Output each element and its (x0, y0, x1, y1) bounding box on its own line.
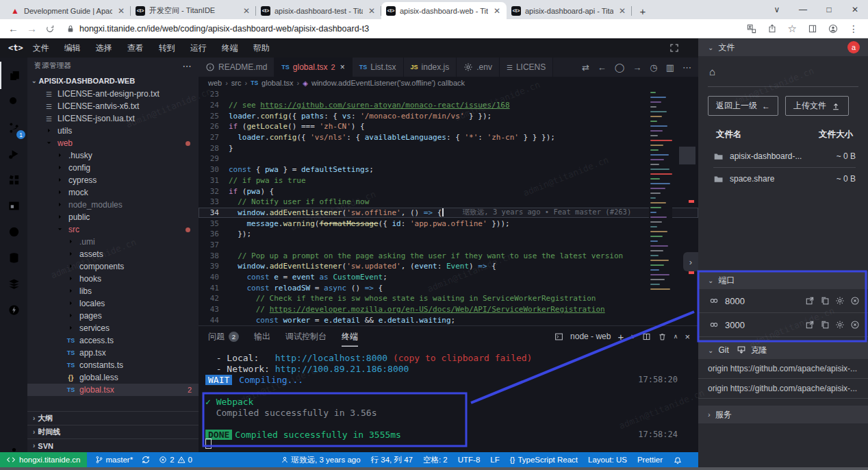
close-window-button[interactable]: ✕ (842, 5, 868, 14)
terminal-output[interactable]: - Local: http://localhost:8000 (copy to … (199, 347, 698, 453)
search-icon[interactable] (0, 88, 27, 115)
scrollbar-thumb[interactable] (679, 147, 695, 164)
blame-indicator[interactable]: 琚致远, 3 years ago (281, 455, 361, 465)
editor-tab[interactable]: TSList.tsx (353, 58, 404, 77)
port-settings-icon[interactable] (835, 296, 845, 306)
home-icon[interactable]: ⌂ (709, 66, 715, 77)
explorer-root-folder[interactable]: ⌄ APISIX-DASHBOARD-WEB (27, 74, 199, 87)
copy-icon[interactable] (820, 320, 830, 330)
open-external-icon[interactable] (805, 296, 815, 306)
menu-item[interactable]: 帮助 (253, 42, 270, 54)
menu-item[interactable]: 选择 (96, 42, 112, 54)
sync-icon[interactable] (141, 455, 151, 465)
menu-item[interactable]: 终端 (222, 42, 238, 54)
editor-tab[interactable]: JSindex.js (404, 58, 457, 77)
tree-item[interactable]: .umi (27, 236, 199, 248)
share-icon[interactable] (767, 24, 777, 34)
breadcrumb-item[interactable]: window.addEventListener('sw.offline') ca… (311, 79, 465, 87)
back-icon[interactable]: ← (8, 23, 18, 34)
keyboard-layout-indicator[interactable]: Layout: US (588, 456, 627, 464)
maximize-button[interactable]: □ (816, 5, 842, 14)
url-field[interactable]: hongxi.titanide.cn/ide/web/coding/apisix… (66, 24, 369, 34)
tab-search-icon[interactable]: ∨ (764, 5, 790, 14)
terminal-tab[interactable]: 输出 (254, 326, 270, 347)
git-remote-row[interactable]: origin https://github.com/apache/apisix-… (698, 379, 868, 399)
terminal-tab[interactable]: 终端 (342, 326, 358, 347)
menu-item[interactable]: 转到 (159, 42, 175, 54)
tree-item[interactable]: hooks (27, 273, 199, 285)
close-panel-icon[interactable]: × (685, 332, 690, 342)
menu-item[interactable]: 运行 (190, 42, 207, 54)
problems-indicator[interactable]: 2 0 (159, 456, 192, 464)
files-section-header[interactable]: ⌄ 文件 a (698, 38, 868, 56)
formatter-indicator[interactable]: Prettier (637, 456, 663, 464)
tree-item[interactable]: ☰LICENSE-json.lua.txt (27, 112, 199, 125)
overview-ruler[interactable] (674, 89, 698, 325)
editor-tab[interactable]: .env (457, 58, 500, 77)
close-tab-icon[interactable]: × (340, 62, 345, 72)
breadcrumb-item[interactable]: src (231, 79, 242, 87)
language-indicator[interactable]: {}TypeScript React (510, 456, 578, 464)
go-up-button[interactable]: 返回上一级← (708, 96, 778, 116)
extensions-icon[interactable] (0, 166, 27, 193)
browser-menu-icon[interactable]: ⋮ (849, 23, 858, 34)
open-external-icon[interactable] (805, 320, 815, 330)
close-port-icon[interactable] (850, 320, 860, 330)
terminal-dropdown-icon[interactable]: ∨ (630, 333, 635, 340)
indentation-indicator[interactable]: 空格: 2 (423, 455, 448, 465)
editor-tab[interactable]: TSglobal.tsx2× (275, 58, 352, 77)
file-row[interactable]: apisix-dashboard-...~ 0 B (713, 145, 856, 167)
tree-item[interactable]: {}global.less (27, 371, 199, 384)
close-tab-icon[interactable]: ✕ (367, 6, 376, 16)
browser-tab[interactable]: <t>开发空间 - TitanIDE✕ (131, 2, 256, 19)
profile-avatar-icon[interactable] (828, 24, 838, 34)
forward-icon[interactable]: → (27, 23, 37, 34)
tree-item[interactable]: ☰LICENSE-ant-design-pro.txt (27, 88, 199, 100)
encoding-indicator[interactable]: UTF-8 (458, 456, 481, 464)
menu-item[interactable]: 查看 (127, 42, 144, 54)
editor-tab[interactable]: ☰LICENS (500, 58, 553, 77)
breadcrumb-item[interactable]: web (208, 79, 222, 87)
editor-action-icon[interactable]: ◷ (650, 62, 657, 73)
tree-item[interactable]: .husky (27, 149, 199, 162)
kill-terminal-icon[interactable] (658, 332, 667, 341)
sidebar-section-时间线[interactable]: ›时间线 (27, 425, 199, 438)
editor-tab[interactable]: README.md (199, 58, 275, 77)
tree-item[interactable]: TShelpers.tsx (27, 396, 199, 399)
tree-item[interactable]: pages (27, 310, 199, 322)
editor-action-icon[interactable]: ← (598, 62, 607, 73)
preview-icon[interactable] (0, 192, 27, 219)
thunder-icon[interactable] (0, 296, 27, 323)
split-terminal-icon[interactable] (642, 332, 651, 341)
editor-action-icon[interactable]: → (633, 62, 641, 73)
translate-icon[interactable] (747, 24, 756, 34)
new-terminal-icon[interactable]: + (617, 331, 624, 343)
bell-icon[interactable] (673, 455, 682, 465)
port-row[interactable]: 8000 (698, 289, 868, 313)
menu-item[interactable]: 文件 (33, 42, 49, 54)
tree-item[interactable]: utils (27, 125, 199, 137)
tree-item[interactable]: TSconstants.ts (27, 359, 199, 371)
browser-tab[interactable]: <t>apisix-dashboard-test - TitanID✕ (256, 2, 381, 19)
browser-tab[interactable]: ▲Development Guide | Apache✕ (5, 2, 131, 19)
refresh-icon[interactable] (45, 24, 55, 34)
minimap[interactable] (649, 89, 672, 325)
breadcrumb[interactable]: web›src›TSglobal.tsx›◈window.addEventLis… (199, 77, 698, 89)
tree-item[interactable]: locales (27, 297, 199, 310)
close-tab-icon[interactable]: ✕ (242, 6, 251, 16)
bookmark-star-icon[interactable]: ☆ (788, 23, 797, 35)
tree-item[interactable]: src (27, 223, 199, 236)
port-row[interactable]: 3000 (698, 313, 868, 337)
menu-item[interactable]: 编辑 (64, 42, 81, 54)
git-section-header[interactable]: ⌄ Git 克隆 (698, 341, 868, 359)
browser-tab[interactable]: <t>apisix-dashboard-web - TitanI✕ (381, 2, 507, 19)
new-tab-button[interactable]: + (635, 3, 651, 19)
tree-item[interactable]: assets (27, 248, 199, 260)
terminal-shell-label[interactable]: node - web (570, 332, 611, 341)
source-control-icon[interactable]: 1 (0, 114, 27, 141)
browser-tab[interactable]: <t>apisix-dashboard-api - TitanID✕ (507, 2, 632, 19)
terminal-tab[interactable]: 调试控制台 (285, 326, 327, 347)
editor-action-icon[interactable]: ⇄ (582, 62, 589, 73)
tree-item[interactable]: services (27, 322, 199, 334)
run-debug-icon[interactable] (0, 140, 27, 167)
